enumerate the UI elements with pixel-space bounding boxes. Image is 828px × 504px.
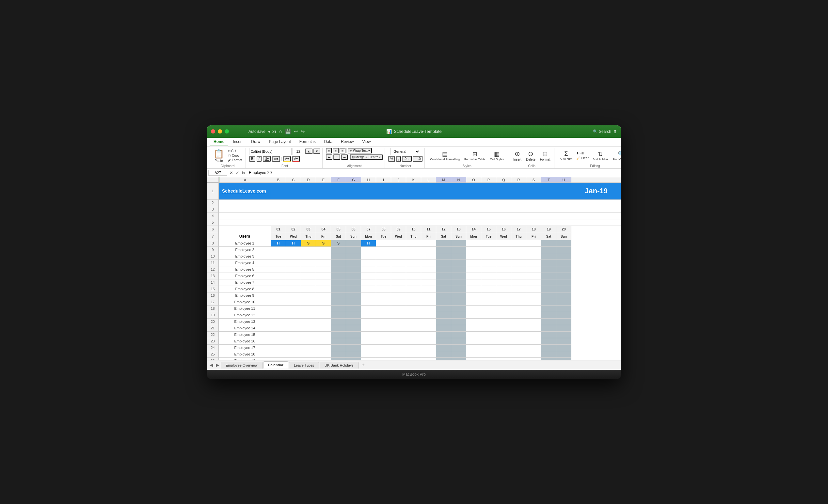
emp18-d16[interactable] [496, 351, 511, 358]
emp15-d12[interactable] [436, 332, 451, 338]
share-icon[interactable]: ⬆ [613, 129, 617, 134]
nav-back-icon[interactable]: ⌂ [279, 129, 282, 134]
emp18-d13[interactable] [451, 351, 466, 358]
emp1-d17[interactable] [511, 240, 526, 247]
emp12-d20[interactable] [556, 312, 571, 319]
emp1-d04[interactable]: S [316, 240, 331, 247]
wrap-text-button[interactable]: ↵ Wrap Text▾ [348, 148, 372, 154]
emp6-d10[interactable] [406, 273, 421, 280]
emp4-d07[interactable] [361, 260, 376, 266]
emp8-d12[interactable] [436, 286, 451, 292]
emp1-d10[interactable] [406, 240, 421, 247]
emp1-d20[interactable] [556, 240, 571, 247]
emp8-d08[interactable] [376, 286, 391, 292]
emp10-d11[interactable] [421, 299, 436, 305]
cell-reference-input[interactable] [208, 170, 227, 176]
emp17-d14[interactable] [466, 345, 481, 351]
emp18-d09[interactable] [391, 351, 406, 358]
cell-styles-button[interactable]: ▦ Cell Styles [488, 150, 506, 162]
format-button[interactable]: ⊟ Format [538, 149, 552, 162]
emp6-d20[interactable] [556, 273, 571, 280]
emp1-d18[interactable] [526, 240, 541, 247]
emp13-d08[interactable] [376, 319, 391, 325]
emp18-d03[interactable] [301, 351, 316, 358]
emp9-d05[interactable] [331, 292, 346, 299]
emp7-d15[interactable] [481, 280, 496, 286]
confirm-formula-icon[interactable]: ✓ [235, 170, 240, 175]
emp4-name[interactable]: Employee 4 [219, 260, 271, 266]
align-left-button[interactable]: ⬅ [326, 155, 332, 160]
emp7-name[interactable]: Employee 7 [219, 280, 271, 286]
emp12-d05[interactable] [331, 312, 346, 319]
tab-view[interactable]: View [359, 138, 375, 146]
emp14-name[interactable]: Employee 14 [219, 325, 271, 332]
emp15-d06[interactable] [346, 332, 361, 338]
emp4-d08[interactable] [376, 260, 391, 266]
emp9-d09[interactable] [391, 292, 406, 299]
emp6-d12[interactable] [436, 273, 451, 280]
emp14-d06[interactable] [346, 325, 361, 332]
emp10-d08[interactable] [376, 299, 391, 305]
emp8-d07[interactable] [361, 286, 376, 292]
tab-home[interactable]: Home [210, 138, 228, 146]
col-header-i[interactable]: I [376, 177, 391, 182]
emp15-d01[interactable] [271, 332, 286, 338]
search-icon[interactable]: 🔍 Search [593, 129, 611, 134]
emp17-d17[interactable] [511, 345, 526, 351]
tab-page-layout[interactable]: Page Layout [265, 138, 294, 146]
emp7-d13[interactable] [451, 280, 466, 286]
emp3-d11[interactable] [421, 253, 436, 260]
emp11-d12[interactable] [436, 305, 451, 312]
emp3-d20[interactable] [556, 253, 571, 260]
col-header-k[interactable]: K [406, 177, 421, 182]
emp7-d09[interactable] [391, 280, 406, 286]
emp11-d16[interactable] [496, 305, 511, 312]
emp17-d04[interactable] [316, 345, 331, 351]
emp6-d05[interactable] [331, 273, 346, 280]
col-header-u[interactable]: U [556, 177, 571, 182]
col-header-f[interactable]: F [331, 177, 346, 182]
emp16-d20[interactable] [556, 338, 571, 345]
emp2-name[interactable]: Employee 2 [219, 247, 271, 253]
emp15-d08[interactable] [376, 332, 391, 338]
emp13-d12[interactable] [436, 319, 451, 325]
emp6-d04[interactable] [316, 273, 331, 280]
emp4-d04[interactable] [316, 260, 331, 266]
emp11-d15[interactable] [481, 305, 496, 312]
emp11-d07[interactable] [361, 305, 376, 312]
emp2-d05[interactable] [331, 247, 346, 253]
emp9-d08[interactable] [376, 292, 391, 299]
emp17-d07[interactable] [361, 345, 376, 351]
emp13-d06[interactable] [346, 319, 361, 325]
emp8-d11[interactable] [421, 286, 436, 292]
emp11-d20[interactable] [556, 305, 571, 312]
font-size-dec[interactable]: ▼ [314, 149, 321, 154]
emp18-d02[interactable] [286, 351, 301, 358]
emp1-d01[interactable]: H [271, 240, 286, 247]
emp6-d16[interactable] [496, 273, 511, 280]
emp9-d18[interactable] [526, 292, 541, 299]
emp19-d08[interactable] [376, 358, 391, 360]
emp6-d07[interactable] [361, 273, 376, 280]
emp13-d13[interactable] [451, 319, 466, 325]
emp15-d20[interactable] [556, 332, 571, 338]
formula-input[interactable] [247, 170, 620, 176]
emp14-d12[interactable] [436, 325, 451, 332]
emp15-d07[interactable] [361, 332, 376, 338]
emp17-d09[interactable] [391, 345, 406, 351]
tab-formulas[interactable]: Formulas [295, 138, 320, 146]
emp16-d04[interactable] [316, 338, 331, 345]
font-size-inc[interactable]: ▲ [305, 149, 313, 154]
highlight-color-button[interactable]: A▾ [283, 156, 291, 162]
emp9-d07[interactable] [361, 292, 376, 299]
emp2-d09[interactable] [391, 247, 406, 253]
emp8-d01[interactable] [271, 286, 286, 292]
emp3-d07[interactable] [361, 253, 376, 260]
emp17-d08[interactable] [376, 345, 391, 351]
emp14-d08[interactable] [376, 325, 391, 332]
emp9-d17[interactable] [511, 292, 526, 299]
emp4-d19[interactable] [541, 260, 556, 266]
emp17-d03[interactable] [301, 345, 316, 351]
emp14-d03[interactable] [301, 325, 316, 332]
emp10-d14[interactable] [466, 299, 481, 305]
